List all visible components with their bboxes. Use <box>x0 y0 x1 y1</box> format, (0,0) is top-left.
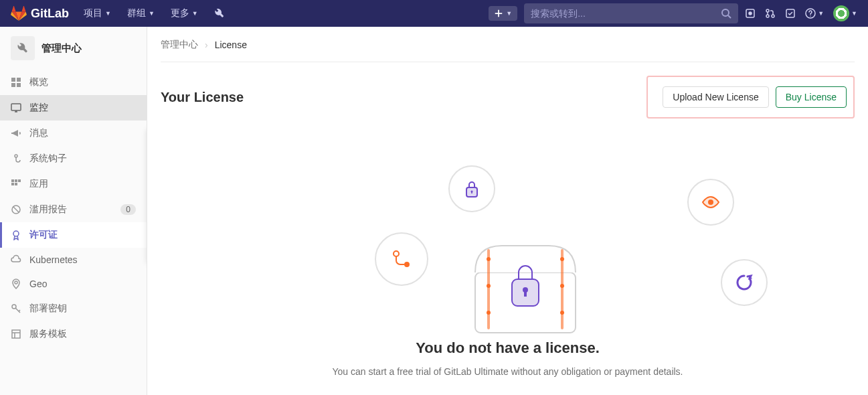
main-content: 管理中心 › License Your License Upload New L… <box>147 27 868 395</box>
nav-menu: 项目▼ 群组▼ 更多▼ <box>77 3 205 23</box>
svg-point-5 <box>772 15 774 17</box>
sidebar-item-deploy-keys[interactable]: 部署密钥 <box>0 296 147 321</box>
svg-point-20 <box>13 231 19 236</box>
breadcrumb-root[interactable]: 管理中心 <box>161 39 198 51</box>
gitlab-logo-text: GitLab <box>31 7 69 21</box>
sidebar-item-templates[interactable]: 服务模板 <box>0 321 147 347</box>
chest-icon <box>462 232 589 346</box>
sidebar-item-hooks[interactable]: 系统钩子 <box>0 146 147 171</box>
chevron-down-icon: ▼ <box>818 10 824 17</box>
breadcrumb-separator: › <box>205 40 208 50</box>
svg-point-29 <box>404 262 410 267</box>
admin-wrench-icon[interactable] <box>209 4 230 23</box>
svg-point-3 <box>766 9 769 12</box>
svg-rect-23 <box>12 330 20 338</box>
svg-point-33 <box>487 257 491 261</box>
svg-point-13 <box>15 155 17 157</box>
svg-point-34 <box>487 284 491 288</box>
svg-point-2 <box>749 12 752 15</box>
chevron-down-icon: ▼ <box>105 10 111 17</box>
todos-icon[interactable] <box>785 8 796 19</box>
chevron-down-icon: ▼ <box>149 10 155 17</box>
svg-point-35 <box>487 311 491 315</box>
svg-rect-15 <box>15 179 17 182</box>
svg-rect-41 <box>524 290 527 297</box>
admin-header-icon <box>11 36 35 60</box>
svg-rect-9 <box>17 78 21 82</box>
chevron-down-icon: ▼ <box>192 10 198 17</box>
svg-point-4 <box>766 15 769 17</box>
location-icon <box>11 279 21 289</box>
overview-icon <box>11 77 21 88</box>
lock-icon <box>448 165 495 212</box>
svg-rect-8 <box>11 78 15 82</box>
svg-rect-18 <box>15 183 17 185</box>
sidebar-item-overview[interactable]: 概览 <box>0 70 147 95</box>
sidebar-item-abuse[interactable]: 滥用报告0 <box>0 197 147 222</box>
svg-point-28 <box>394 251 399 256</box>
breadcrumb-current: License <box>215 40 247 50</box>
svg-rect-16 <box>18 179 21 182</box>
svg-point-38 <box>560 311 564 315</box>
plus-icon <box>494 9 503 18</box>
license-illustration <box>161 159 855 319</box>
svg-rect-11 <box>17 83 21 87</box>
bullhorn-icon <box>11 128 21 139</box>
sidebar-item-monitoring[interactable]: 监控 <box>0 95 147 121</box>
svg-point-27 <box>708 200 713 205</box>
empty-state: You do not have a license. You can start… <box>161 139 855 395</box>
apps-icon <box>11 179 21 189</box>
gitlab-logo-icon <box>11 5 27 21</box>
refresh-icon <box>721 259 768 306</box>
upload-license-button[interactable]: Upload New License <box>663 86 768 108</box>
buy-license-button[interactable]: Buy License <box>776 86 847 108</box>
search-input[interactable] <box>531 8 721 19</box>
page-title: Your License <box>161 90 244 105</box>
license-icon <box>11 230 21 240</box>
slash-icon <box>11 204 21 215</box>
user-menu[interactable]: ▼ <box>833 5 857 21</box>
svg-rect-17 <box>11 183 14 185</box>
avatar <box>833 5 849 21</box>
svg-rect-14 <box>11 179 14 182</box>
cloud-icon <box>11 254 21 265</box>
monitor-icon <box>11 102 21 113</box>
svg-point-21 <box>15 281 17 284</box>
license-actions-highlight: Upload New License Buy License <box>646 76 855 118</box>
page-header: Your License Upload New License Buy Lice… <box>161 76 855 118</box>
abuse-badge: 0 <box>120 204 136 215</box>
branch-icon <box>375 232 428 286</box>
key-icon <box>11 303 21 314</box>
issues-icon[interactable] <box>745 8 756 19</box>
svg-rect-26 <box>471 191 472 193</box>
nav-item-projects[interactable]: 项目▼ <box>77 3 118 23</box>
top-navbar: GitLab 项目▼ 群组▼ 更多▼ ▼ ▼ ▼ <box>0 0 868 27</box>
svg-rect-10 <box>11 83 15 87</box>
new-dropdown[interactable]: ▼ <box>489 6 517 21</box>
gitlab-logo[interactable]: GitLab <box>11 5 69 21</box>
merge-requests-icon[interactable] <box>765 8 776 19</box>
help-icon[interactable]: ▼ <box>805 8 824 19</box>
svg-point-0 <box>722 9 729 16</box>
nav-item-more[interactable]: 更多▼ <box>164 3 205 23</box>
sidebar-item-geo[interactable]: Geo <box>0 272 147 296</box>
sidebar-header[interactable]: 管理中心 <box>0 27 147 70</box>
breadcrumb: 管理中心 › License <box>161 35 855 62</box>
nav-right-icons: ▼ ▼ <box>745 5 857 21</box>
sidebar-item-kubernetes[interactable]: Kubernetes <box>0 248 147 272</box>
nav-item-groups[interactable]: 群组▼ <box>120 3 161 23</box>
search-box <box>524 3 738 23</box>
sidebar-item-license[interactable]: 许可证 <box>0 222 147 248</box>
search-icon[interactable] <box>721 8 731 19</box>
sidebar-item-applications[interactable]: 应用 <box>0 171 147 197</box>
svg-point-36 <box>560 257 564 261</box>
svg-rect-12 <box>11 104 21 110</box>
hook-icon <box>11 153 21 164</box>
chevron-down-icon: ▼ <box>506 10 512 17</box>
empty-state-subtitle: You can start a free trial of GitLab Ult… <box>161 366 855 377</box>
eye-icon <box>687 179 734 226</box>
sidebar-item-messages[interactable]: 消息 <box>0 121 147 146</box>
sidebar: 管理中心 概览 监控 消息 系统钩子 应用 滥用报告0 许可证 Kubernet… <box>0 27 147 395</box>
svg-point-37 <box>560 284 564 288</box>
template-icon <box>11 329 21 339</box>
